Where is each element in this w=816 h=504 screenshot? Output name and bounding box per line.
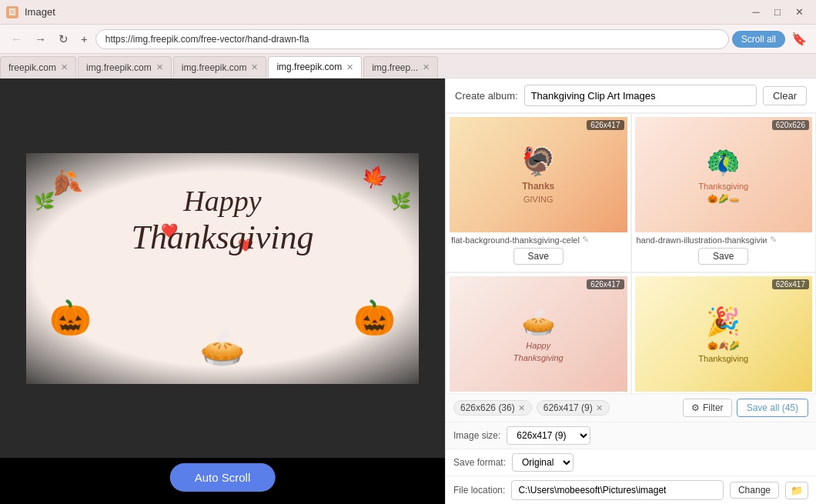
center-text: Happy Thanksgiving (131, 184, 313, 257)
app-title: Imaget (25, 6, 55, 18)
tab-freepik-4[interactable]: img.freepik.com ✕ (268, 56, 362, 78)
filter-tag-label-1: 626x626 (36) (460, 402, 515, 413)
image-size-label: Image size: (453, 430, 500, 441)
filter-tag-label-2: 626x417 (9) (543, 402, 593, 413)
tab-label: img.freepik.com (182, 62, 247, 73)
img-size-badge-3: 626x417 (587, 279, 624, 289)
img-placeholder-2: 🦚 Thanksgiving 🎃🌽🥧 (635, 117, 813, 232)
file-location-input[interactable] (511, 480, 724, 500)
album-bar: Create album: Clear (446, 78, 816, 113)
minimize-button[interactable]: ─ (745, 4, 767, 21)
tab-label: img.freep... (372, 62, 418, 73)
grid-image-3: 🥧 Happy Thanksgiving 626x417 (450, 276, 627, 392)
grid-item-3: 🥧 Happy Thanksgiving 626x417 hand-drawn-… (446, 272, 631, 393)
grid-item-4: 🎉 🎃🍂🌽 Thanksgiving 626x417 flat-thanksgi… (631, 272, 817, 393)
refresh-button[interactable]: ↻ (54, 29, 73, 49)
filter-tag-2: 626x417 (9) ✕ (537, 400, 610, 416)
autoscroll-button[interactable]: Auto Scroll (170, 463, 276, 492)
img-placeholder-3: 🥧 Happy Thanksgiving (450, 276, 627, 392)
filter-button[interactable]: ⚙ Filter (683, 399, 732, 417)
tab-freepik-5[interactable]: img.freep... ✕ (363, 56, 438, 78)
edit-icon-1[interactable]: ✎ (582, 235, 589, 245)
remove-filter-tag-2[interactable]: ✕ (596, 403, 603, 413)
tab-label: img.freepik.com (86, 62, 152, 73)
right-panel: Create album: Clear 🦃 Thanks GIVING 626x… (445, 78, 816, 504)
tab-freepik-1[interactable]: freepik.com ✕ (0, 56, 76, 78)
tabs-bar: freepik.com ✕ img.freepik.com ✕ img.free… (0, 54, 816, 78)
tab-label: freepik.com (8, 62, 56, 73)
save-button-2[interactable]: Save (698, 248, 748, 265)
tab-label: img.freepik.com (276, 62, 342, 72)
clear-button[interactable]: Clear (763, 86, 807, 105)
grid-item-1: 🦃 Thanks GIVING 626x417 flat-background-… (446, 113, 631, 272)
grid-image-2: 🦚 Thanksgiving 🎃🌽🥧 620x626 (635, 117, 813, 232)
edit-icon-2[interactable]: ✎ (770, 235, 777, 245)
bookmark-button[interactable]: 🔖 (788, 28, 810, 49)
tab-close-icon[interactable]: ✕ (156, 62, 163, 72)
grid-image-4: 🎉 🎃🍂🌽 Thanksgiving 626x417 (635, 276, 813, 392)
forward-button[interactable]: → (30, 29, 51, 48)
leaf-top-right: 🍁 (357, 161, 391, 194)
remove-filter-tag-1[interactable]: ✕ (518, 403, 525, 413)
pumpkin-left: 🎃 (49, 298, 92, 338)
tab-close-icon[interactable]: ✕ (346, 62, 353, 72)
leaf-right: 🌿 (390, 192, 411, 212)
pie-center: 🥧 (199, 325, 246, 369)
filter-icon: ⚙ (691, 402, 700, 413)
tab-close-icon[interactable]: ✕ (61, 62, 68, 72)
image-preview: 🍂 🍁 🌿 🌿 🎃 🎃 🥧 ❤️ ❤️ Happy Thanksgiving (0, 78, 445, 458)
thanksgiving-text: Thanksgiving (131, 218, 313, 257)
img-size-badge-2: 620x626 (772, 120, 809, 130)
address-bar[interactable] (95, 29, 729, 49)
folder-button[interactable]: 📁 (785, 482, 808, 499)
filter-tag-1: 626x626 (36) ✕ (453, 400, 532, 416)
grid-image-1: 🦃 Thanks GIVING 626x417 (450, 117, 627, 232)
thanksgiving-scene: 🍂 🍁 🌿 🌿 🎃 🎃 🥧 ❤️ ❤️ Happy Thanksgiving (26, 153, 419, 384)
window-controls: ─ □ ✕ (745, 4, 810, 21)
img-placeholder-4: 🎉 🎃🍂🌽 Thanksgiving (635, 276, 813, 392)
save-format-label: Save format: (453, 457, 506, 468)
maximize-button[interactable]: □ (767, 4, 788, 21)
pumpkin-right: 🎃 (353, 298, 396, 338)
tab-close-icon[interactable]: ✕ (423, 62, 430, 72)
album-input[interactable] (524, 85, 757, 106)
img-size-badge-4: 626x417 (772, 279, 809, 289)
app-icon: 🖼 (6, 6, 18, 18)
save-all-button[interactable]: Save all (45) (737, 399, 808, 417)
album-label: Create album: (455, 90, 518, 102)
happy-text: Happy (131, 184, 313, 218)
file-location-row: File location: Change 📁 (446, 476, 816, 504)
save-button-1[interactable]: Save (513, 248, 564, 265)
img-name-1: flat-background-thanksgiving-celel (451, 235, 580, 245)
file-location-label: File location: (453, 485, 505, 496)
img-name-2: hand-drawn-illustration-thanksgiviи (637, 235, 768, 245)
tab-freepik-3[interactable]: img.freepik.com ✕ (173, 56, 267, 78)
filter-bar: 626x626 (36) ✕ 626x417 (9) ✕ ⚙ Filter Sa… (446, 393, 816, 422)
main-content: 🍂 🍁 🌿 🌿 🎃 🎃 🥧 ❤️ ❤️ Happy Thanksgiving A… (0, 78, 816, 504)
image-grid: 🦃 Thanks GIVING 626x417 flat-background-… (446, 113, 816, 393)
save-format-select[interactable]: Original JPG PNG WebP (512, 453, 574, 472)
browser-viewport: 🍂 🍁 🌿 🌿 🎃 🎃 🥧 ❤️ ❤️ Happy Thanksgiving A… (0, 78, 445, 504)
change-button[interactable]: Change (730, 482, 779, 499)
new-tab-button[interactable]: + (76, 29, 92, 48)
grid-item-2: 🦚 Thanksgiving 🎃🌽🥧 620x626 hand-drawn-il… (631, 113, 817, 272)
scroll-all-button[interactable]: Scroll all (732, 31, 785, 48)
title-bar-left: 🖼 Imaget (6, 6, 55, 18)
image-size-select[interactable]: 626x417 (9) 626x626 (36) All (507, 426, 590, 445)
filter-label: Filter (703, 402, 724, 413)
leaf-left: 🌿 (34, 192, 55, 212)
back-button[interactable]: ← (6, 29, 27, 48)
nav-bar: ← → ↻ + Scroll all 🔖 (0, 25, 816, 54)
tab-close-icon[interactable]: ✕ (251, 62, 258, 72)
img-placeholder-1: 🦃 Thanks GIVING (450, 117, 627, 232)
close-button[interactable]: ✕ (788, 4, 810, 21)
img-size-badge-1: 626x417 (587, 120, 624, 130)
title-bar: 🖼 Imaget ─ □ ✕ (0, 0, 816, 25)
size-row: Image size: 626x417 (9) 626x626 (36) All (446, 422, 816, 449)
tab-freepik-2[interactable]: img.freepik.com ✕ (78, 56, 172, 78)
format-row: Save format: Original JPG PNG WebP (446, 449, 816, 476)
